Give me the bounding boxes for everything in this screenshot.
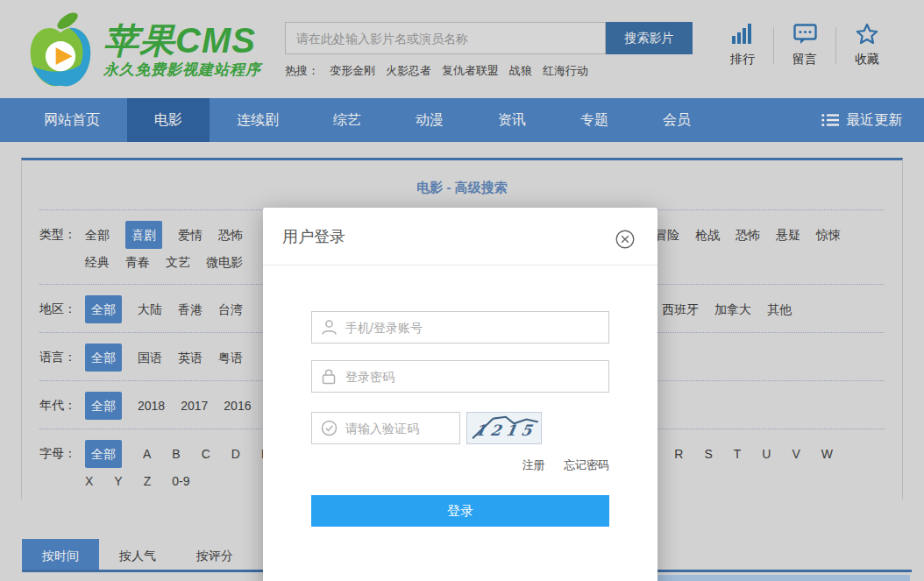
logo-subtitle: 永久免费影视建站程序 bbox=[103, 60, 261, 80]
ranking-button[interactable]: 排行 bbox=[712, 24, 773, 67]
filter-option[interactable]: U bbox=[762, 441, 771, 467]
nav-item[interactable]: 连续剧 bbox=[210, 98, 306, 142]
nav-item[interactable]: 电影 bbox=[127, 98, 210, 142]
account-input[interactable] bbox=[311, 311, 609, 344]
filter-option[interactable]: 加拿大 bbox=[714, 296, 751, 322]
nav-item[interactable]: 资讯 bbox=[471, 98, 553, 142]
filter-label: 语言： bbox=[39, 344, 85, 372]
forgot-password-link[interactable]: 忘记密码 bbox=[564, 458, 609, 471]
filter-option[interactable]: V bbox=[792, 441, 800, 467]
filter-option[interactable]: 香港 bbox=[178, 296, 203, 322]
bar-chart-icon bbox=[731, 24, 754, 45]
nav-item[interactable]: 专题 bbox=[553, 98, 636, 142]
filter-option[interactable]: 其他 bbox=[767, 296, 792, 322]
nav-item[interactable]: 动漫 bbox=[388, 98, 471, 142]
favorite-label: 收藏 bbox=[836, 52, 898, 67]
hot-search-link[interactable]: 复仇者联盟 bbox=[442, 63, 499, 79]
filter-option[interactable]: 文艺 bbox=[166, 249, 190, 275]
sort-tab[interactable]: 按人气 bbox=[99, 539, 176, 570]
filter-label: 字母： bbox=[39, 440, 85, 494]
filter-option[interactable]: 青春 bbox=[125, 249, 150, 275]
filter-option[interactable]: 惊悚 bbox=[816, 222, 841, 248]
close-icon[interactable] bbox=[615, 230, 635, 249]
comment-icon bbox=[793, 24, 817, 45]
password-input[interactable] bbox=[311, 360, 609, 393]
list-header-strip bbox=[614, 575, 910, 581]
star-icon bbox=[856, 23, 878, 45]
message-button[interactable]: 留言 bbox=[774, 24, 835, 67]
logo-title: 苹果CMS bbox=[103, 21, 261, 60]
filter-option[interactable]: Y bbox=[114, 468, 122, 494]
filter-option[interactable]: C bbox=[202, 441, 210, 467]
filter-option[interactable]: 0-9 bbox=[172, 468, 189, 494]
captcha-value: 1215 bbox=[473, 422, 538, 440]
filter-option[interactable]: S bbox=[704, 441, 712, 467]
filter-option[interactable]: 全部 bbox=[85, 344, 122, 372]
filter-option[interactable]: 经典 bbox=[85, 249, 110, 275]
hot-search-link[interactable]: 变形金刚 bbox=[330, 63, 375, 79]
search-bar: 搜索影片 bbox=[285, 22, 693, 54]
filter-option[interactable]: 2016 bbox=[224, 393, 251, 419]
filter-option[interactable]: 悬疑 bbox=[776, 222, 800, 248]
filter-option[interactable]: 粤语 bbox=[218, 344, 243, 371]
login-modal: 用户登录 bbox=[263, 208, 657, 581]
recent-updates-button[interactable]: 最近更新 bbox=[821, 98, 907, 142]
main-nav: 网站首页电影连续剧综艺动漫资讯专题会员 最近更新 bbox=[0, 98, 924, 142]
filter-option[interactable]: A bbox=[143, 441, 151, 467]
filter-option[interactable]: 喜剧 bbox=[125, 221, 162, 249]
site-logo[interactable]: 苹果CMS 永久免费影视建站程序 bbox=[25, 11, 261, 89]
hot-search-link[interactable]: 红海行动 bbox=[543, 63, 588, 79]
filter-label: 地区： bbox=[39, 295, 85, 323]
filter-option[interactable]: B bbox=[172, 441, 180, 467]
apple-logo-icon bbox=[25, 11, 96, 89]
filter-option[interactable]: 微电影 bbox=[206, 249, 243, 275]
nav-item[interactable]: 网站首页 bbox=[17, 98, 127, 142]
nav-item[interactable]: 会员 bbox=[636, 98, 718, 142]
message-label: 留言 bbox=[774, 52, 835, 67]
page-title: 电影 - 高级搜索 bbox=[39, 160, 885, 210]
list-icon bbox=[821, 113, 839, 127]
nav-item[interactable]: 综艺 bbox=[306, 98, 388, 142]
filter-option[interactable]: 冒险 bbox=[655, 222, 679, 248]
verify-shield-icon bbox=[321, 420, 338, 436]
captcha-image[interactable]: 1215 bbox=[466, 412, 542, 444]
filter-option[interactable]: 大陆 bbox=[138, 296, 162, 322]
filter-option[interactable]: 英语 bbox=[178, 344, 203, 371]
filter-option[interactable]: 全部 bbox=[85, 295, 122, 323]
filter-option[interactable]: 全部 bbox=[85, 392, 122, 420]
search-input[interactable] bbox=[285, 22, 606, 54]
favorite-button[interactable]: 收藏 bbox=[836, 23, 898, 67]
user-icon bbox=[321, 319, 338, 336]
register-link[interactable]: 注册 bbox=[522, 458, 544, 471]
filter-option[interactable]: 枪战 bbox=[695, 222, 720, 248]
filter-option[interactable]: 全部 bbox=[85, 222, 110, 248]
sort-tab[interactable]: 按时间 bbox=[22, 539, 99, 570]
filter-option[interactable]: Z bbox=[144, 468, 152, 494]
hot-search-label: 热搜： bbox=[285, 63, 319, 79]
filter-option[interactable]: 恐怖 bbox=[736, 222, 760, 248]
search-button[interactable]: 搜索影片 bbox=[606, 22, 693, 54]
filter-option[interactable]: X bbox=[85, 468, 93, 494]
filter-option[interactable]: 西班牙 bbox=[662, 296, 699, 322]
filter-option[interactable]: 2018 bbox=[138, 393, 165, 419]
filter-option[interactable]: 国语 bbox=[138, 344, 162, 371]
site-header: 苹果CMS 永久免费影视建站程序 搜索影片 热搜： 变形金刚火影忍者复仇者联盟战… bbox=[0, 0, 924, 98]
filter-option[interactable]: 台湾 bbox=[218, 296, 243, 322]
filter-label: 类型： bbox=[39, 221, 85, 275]
sort-tab[interactable]: 按评分 bbox=[176, 539, 253, 570]
quick-actions: 排行 留言 收藏 bbox=[712, 23, 898, 67]
filter-option[interactable]: W bbox=[821, 441, 833, 467]
hot-search-link[interactable]: 火影忍者 bbox=[386, 63, 431, 79]
filter-option[interactable]: 全部 bbox=[85, 440, 122, 468]
lock-icon bbox=[321, 368, 337, 385]
ranking-label: 排行 bbox=[712, 52, 773, 67]
filter-option[interactable]: 爱情 bbox=[178, 222, 203, 248]
hot-search-link[interactable]: 战狼 bbox=[509, 63, 532, 79]
filter-option[interactable]: R bbox=[674, 441, 683, 467]
filter-option[interactable]: T bbox=[734, 441, 742, 467]
hot-search: 热搜： 变形金刚火影忍者复仇者联盟战狼红海行动 bbox=[285, 63, 588, 79]
login-button[interactable]: 登录 bbox=[311, 495, 609, 527]
filter-option[interactable]: 2017 bbox=[181, 393, 208, 419]
filter-option[interactable]: D bbox=[231, 441, 240, 467]
filter-option[interactable]: 恐怖 bbox=[218, 222, 243, 248]
